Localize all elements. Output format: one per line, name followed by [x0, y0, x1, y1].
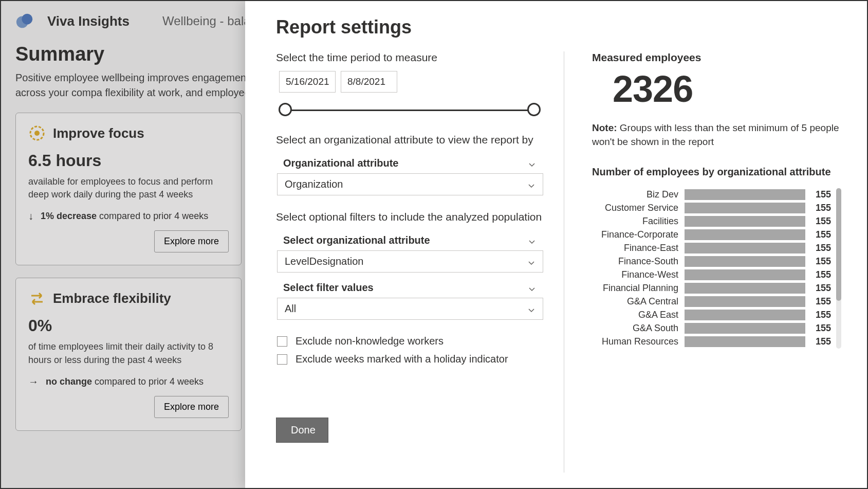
settings-left-column: Select the time period to measure Select… [276, 51, 564, 473]
chart-row-value: 155 [805, 269, 831, 280]
chart-row-label: Financial Planning [592, 283, 685, 294]
chevron-down-icon [528, 284, 536, 292]
exclude-non-knowledge-checkbox[interactable] [277, 336, 287, 347]
org-attr-drop-label-text: Organizational attribute [283, 157, 398, 169]
chart-row-label: Finance-West [592, 269, 685, 280]
chart-row-label: Facilities [592, 216, 685, 227]
chart-row: Finance-Corporate155 [592, 228, 831, 241]
slider-start-handle[interactable] [279, 103, 292, 116]
employees-by-attribute-chart: Biz Dev155Customer Service155Facilities1… [592, 188, 841, 349]
explore-more-button[interactable]: Explore more [154, 396, 229, 418]
chart-scrollbar-thumb[interactable] [836, 188, 841, 300]
chart-row-label: Finance-South [592, 256, 685, 267]
date-start-input[interactable] [279, 71, 336, 93]
chart-row-value: 155 [805, 216, 831, 227]
filter-section-label: Select optional filters to include the a… [276, 211, 543, 223]
chevron-down-icon [527, 180, 535, 189]
exclude-non-knowledge-checkbox-row[interactable]: Exclude non-knowledge workers [277, 335, 543, 347]
chart-row-label: Finance-Corporate [592, 229, 685, 240]
minimum-group-note: Note: Groups with less than the set mini… [592, 121, 841, 149]
chart-row-bar [685, 189, 805, 200]
embrace-flexibility-card: Embrace flexibility 0% of time employees… [15, 278, 242, 430]
chart-row-bar [685, 256, 805, 267]
viva-logo-icon [15, 11, 35, 31]
focus-trend-rest: compared to prior 4 weeks [97, 211, 208, 221]
breadcrumb: Wellbeing - bala [162, 14, 251, 28]
exclude-holiday-checkbox[interactable] [277, 354, 287, 365]
chart-row-bar [685, 283, 805, 294]
chart-row-value: 155 [805, 310, 831, 320]
chart-row-bar [685, 296, 805, 307]
chart-row-label: Biz Dev [592, 189, 685, 200]
chart-row-label: Customer Service [592, 203, 685, 213]
chart-row: Finance-South155 [592, 255, 831, 268]
report-settings-panel: Report settings Select the time period t… [245, 1, 867, 488]
filter-drop-label-text: Select organizational attribute [283, 234, 430, 246]
svg-point-1 [22, 14, 32, 25]
org-attribute-drop-label[interactable]: Organizational attribute [276, 153, 543, 173]
chart-scrollbar[interactable] [836, 188, 841, 349]
chart-row-bar [685, 323, 805, 334]
panel-title: Report settings [276, 16, 841, 38]
chart-row: Customer Service155 [592, 202, 831, 214]
card-title: Improve focus [53, 125, 144, 141]
org-attribute-select[interactable]: Organization [277, 173, 543, 195]
slider-end-handle[interactable] [527, 103, 541, 116]
chart-row-label: G&A South [592, 323, 685, 334]
done-button[interactable]: Done [276, 418, 328, 443]
chart-row: Finance-West155 [592, 268, 831, 281]
chart-title: Number of employees by organizational at… [592, 166, 841, 178]
chart-row-value: 155 [805, 323, 831, 334]
chart-row-value: 155 [805, 296, 831, 307]
focus-trend-bold: 1% decrease [41, 211, 97, 221]
chart-row-value: 155 [805, 256, 831, 267]
focus-hours-value: 6.5 hours [28, 151, 229, 170]
filter-attr-value: LevelDesignation [285, 256, 363, 267]
chevron-down-icon [527, 258, 535, 266]
filter-attribute-select[interactable]: LevelDesignation [277, 250, 543, 273]
chart-row-value: 155 [805, 336, 831, 347]
chart-row-value: 155 [805, 243, 831, 253]
exclude-holiday-label: Exclude weeks marked with a holiday indi… [296, 353, 508, 365]
chart-row-bar [685, 216, 805, 227]
explore-more-button[interactable]: Explore more [154, 230, 229, 252]
improve-focus-card: Improve focus 6.5 hours available for em… [15, 113, 242, 265]
time-period-label: Select the time period to measure [276, 51, 543, 64]
flex-subtitle: of time employees limit their daily acti… [28, 340, 229, 366]
flex-value: 0% [28, 316, 229, 335]
org-attr-section-label: Select an organizational attribute to vi… [276, 134, 543, 146]
chart-row: Biz Dev155 [592, 188, 831, 201]
date-end-input[interactable] [341, 71, 397, 93]
exclude-non-knowledge-label: Exclude non-knowledge workers [296, 335, 444, 347]
chevron-down-icon [528, 237, 536, 245]
exclude-holiday-checkbox-row[interactable]: Exclude weeks marked with a holiday indi… [277, 353, 543, 365]
filter-values-value: All [285, 303, 296, 315]
flex-trend: → no change compared to prior 4 weeks [28, 376, 229, 388]
chart-row: G&A South155 [592, 322, 831, 335]
chart-row-bar [685, 336, 805, 347]
flex-trend-rest: compared to prior 4 weeks [92, 376, 204, 387]
chart-row: Finance-East155 [592, 242, 831, 255]
chevron-down-icon [527, 305, 535, 313]
card-title: Embrace flexibility [53, 291, 171, 306]
chart-row: Facilities155 [592, 215, 831, 228]
note-text: Groups with less than the set minimum of… [592, 122, 839, 147]
chart-row-value: 155 [805, 283, 831, 294]
arrow-down-icon: ↓ [28, 210, 33, 222]
filter-values-label-text: Select filter values [283, 282, 374, 294]
filter-values-drop-label[interactable]: Select filter values [276, 278, 543, 298]
svg-point-3 [34, 131, 40, 136]
filter-attribute-drop-label[interactable]: Select organizational attribute [276, 230, 543, 250]
chart-row: G&A Central155 [592, 295, 831, 308]
flex-trend-bold: no change [46, 376, 92, 387]
chart-row-value: 155 [805, 203, 831, 213]
chart-row-bar [685, 310, 805, 320]
focus-trend: ↓ 1% decrease compared to prior 4 weeks [28, 210, 229, 222]
time-range-slider[interactable] [280, 103, 539, 116]
note-bold: Note: [592, 122, 617, 133]
chevron-down-icon [528, 159, 536, 168]
chart-row-value: 155 [805, 189, 831, 200]
chart-row-label: G&A Central [592, 296, 685, 307]
chart-row-bar [685, 229, 805, 240]
filter-values-select[interactable]: All [277, 298, 543, 320]
